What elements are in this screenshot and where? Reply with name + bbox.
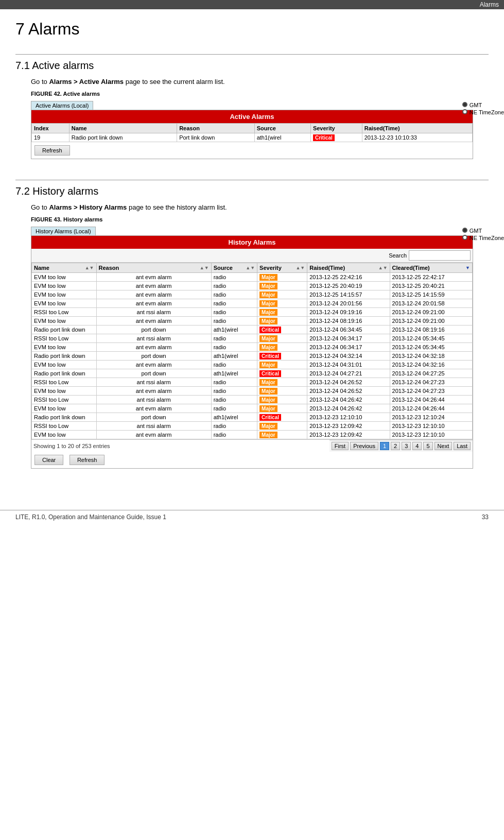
cell-raised: 2013-12-24 06:34:17 <box>307 343 390 352</box>
clear-button[interactable]: Clear <box>34 455 63 465</box>
col-raised: Raised(Time) <box>362 124 472 133</box>
cell-cleared: 2013-12-25 14:15:59 <box>390 290 472 299</box>
col-source: Source <box>254 124 310 133</box>
cell-name: EVM too low <box>32 361 97 369</box>
table-row: EVM too low ant evm alarm radio Major 20… <box>32 387 473 396</box>
cell-source: radio <box>211 378 257 387</box>
cell-reason: ant evm alarm <box>96 282 211 290</box>
cell-source: radio <box>211 396 257 404</box>
severity-badge: Major <box>259 318 277 324</box>
section2-title: 7.2 History alarms <box>15 185 489 197</box>
cell-name: RSSI too Low <box>32 334 97 343</box>
last-page-button[interactable]: Last <box>454 442 471 450</box>
figure43-container: History Alarms (Local) History Alarms Se… <box>31 227 473 469</box>
history-alarms-box: History Alarms Search Name ▲▼ Reason ▲▼ <box>31 235 473 469</box>
active-alarms-footer: Refresh <box>31 142 473 159</box>
page-title: 7 Alarms <box>15 20 489 39</box>
table-row: Radio port link down port down ath1(wire… <box>32 352 473 361</box>
history-ne-timezone-radio[interactable] <box>462 235 467 240</box>
search-label: Search <box>389 250 407 261</box>
history-gmt-option[interactable]: GMT <box>462 228 504 234</box>
cell-name: Radio port link down <box>32 413 97 422</box>
next-page-button[interactable]: Next <box>435 442 453 450</box>
table-row: EVM too low ant evm alarm radio Major 20… <box>32 290 473 299</box>
active-alarms-tab[interactable]: Active Alarms (Local) <box>31 101 93 110</box>
table-row: RSSI too Low ant rssi alarm radio Major … <box>32 334 473 343</box>
page-3-button[interactable]: 3 <box>402 442 411 450</box>
history-header-row: Name ▲▼ Reason ▲▼ Source ▲▼ Severity ▲▼ <box>32 263 473 273</box>
cell-raised: 2013-12-24 04:26:52 <box>307 387 390 396</box>
footer-left: LITE, R1.0, Operation and Maintenance Gu… <box>15 513 166 521</box>
cell-reason: ant evm alarm <box>96 343 211 352</box>
cell-reason: ant evm alarm <box>96 387 211 396</box>
active-gmt-option[interactable]: GMT <box>462 102 504 108</box>
cell-reason: port down <box>96 369 211 378</box>
page-1-button[interactable]: 1 <box>380 442 389 450</box>
col-source: Source ▲▼ <box>211 263 257 273</box>
cell-name: EVM too low <box>32 343 97 352</box>
active-ne-timezone-option[interactable]: NE TimeZone <box>462 109 504 115</box>
cell-raised: 2013-12-24 09:19:16 <box>307 308 390 317</box>
page-5-button[interactable]: 5 <box>423 442 432 450</box>
active-alarms-header: Active Alarms <box>31 110 473 123</box>
cell-source: radio <box>211 404 257 413</box>
cell-cleared: 2013-12-24 04:32:18 <box>390 352 472 361</box>
severity-badge: Critical <box>259 327 281 333</box>
active-gmt-radio[interactable] <box>462 102 467 107</box>
figure43-label: FIGURE 43. History alarms <box>31 216 489 222</box>
history-alarms-tab[interactable]: History Alarms (Local) <box>31 227 96 235</box>
cell-severity: Critical <box>310 133 362 142</box>
cell-name: EVM too low <box>32 387 97 396</box>
cell-cleared: 2013-12-24 05:34:45 <box>390 334 472 343</box>
history-ne-timezone-option[interactable]: NE TimeZone <box>462 235 504 241</box>
cell-raised: 2013-12-23 12:10:10 <box>307 413 390 422</box>
cell-raised: 2013-12-24 04:26:42 <box>307 404 390 413</box>
top-bar-title: Alarms <box>480 1 499 8</box>
cell-name: RSSI too Low <box>32 378 97 387</box>
col-severity: Severity ▲▼ <box>257 263 307 273</box>
history-gmt-radio[interactable] <box>462 228 467 233</box>
cell-name: EVM too low <box>32 290 97 299</box>
section1-description: Go to Alarms > Active Alarms page to see… <box>31 78 489 85</box>
page-4-button[interactable]: 4 <box>412 442 422 450</box>
severity-badge: Major <box>259 292 277 298</box>
cell-severity: Major <box>257 299 307 308</box>
section1-title: 7.1 Active alarms <box>15 60 489 72</box>
cell-source: radio <box>211 387 257 396</box>
severity-badge: Major <box>259 362 277 368</box>
cell-name: EVM too low <box>32 431 97 439</box>
cell-raised: 2013-12-23 12:09:42 <box>307 422 390 431</box>
cell-reason: ant rssi alarm <box>96 308 211 317</box>
previous-page-button[interactable]: Previous <box>350 442 378 450</box>
cell-source: radio <box>211 273 257 282</box>
cell-reason: port down <box>96 352 211 361</box>
severity-badge: Major <box>259 379 277 386</box>
first-page-button[interactable]: First <box>332 442 349 450</box>
search-input[interactable] <box>409 250 471 261</box>
active-refresh-button[interactable]: Refresh <box>34 145 70 156</box>
section2-bold: Alarms > History Alarms <box>49 203 127 211</box>
cell-reason: ant evm alarm <box>96 299 211 308</box>
cell-raised: 2013-12-25 14:15:57 <box>307 290 390 299</box>
cell-raised: 2013-12-24 06:34:17 <box>307 334 390 343</box>
cell-reason: port down <box>96 413 211 422</box>
active-ne-timezone-radio[interactable] <box>462 109 467 114</box>
cell-raised: 2013-12-24 06:34:45 <box>307 325 390 334</box>
table-row: Radio port link down port down ath1(wire… <box>32 325 473 334</box>
cell-reason: ant evm alarm <box>96 404 211 413</box>
cell-name: EVM too low <box>32 282 97 290</box>
col-raised: Raised(Time) ▲▼ <box>307 263 390 273</box>
cell-severity: Major <box>257 343 307 352</box>
cell-reason: ant evm alarm <box>96 290 211 299</box>
cell-raised: 2013-12-23 10:10:33 <box>362 133 472 142</box>
history-refresh-button[interactable]: Refresh <box>69 455 105 465</box>
page-2-button[interactable]: 2 <box>391 442 400 450</box>
cell-name: Radio port link down <box>69 133 177 142</box>
cell-severity: Major <box>257 422 307 431</box>
cell-source: radio <box>211 299 257 308</box>
cell-source: ath1(wirel <box>211 352 257 361</box>
cell-severity: Major <box>257 282 307 290</box>
section1-divider <box>15 54 489 55</box>
cell-source: radio <box>211 343 257 352</box>
severity-badge: Major <box>259 335 277 342</box>
